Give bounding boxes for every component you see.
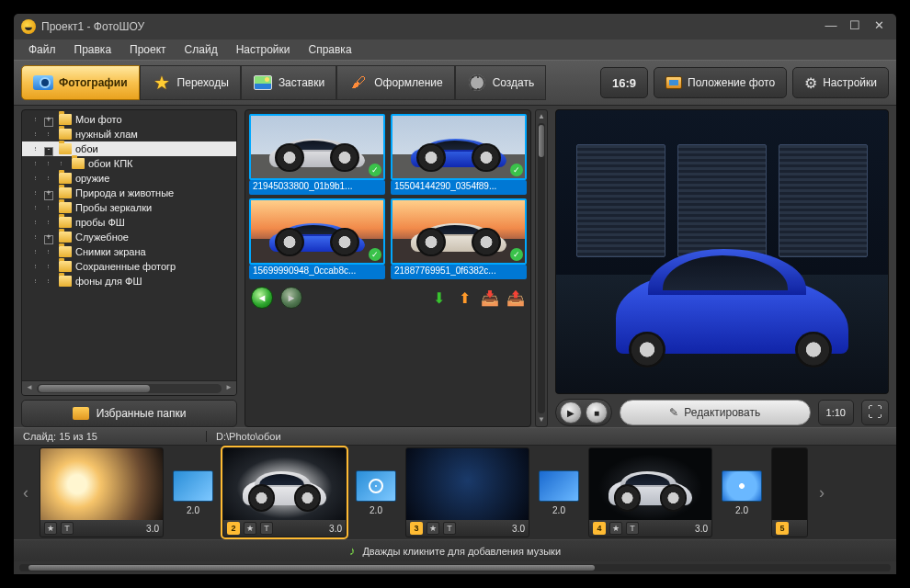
tree-item[interactable]: -обои [22,141,236,156]
tree-item[interactable]: пробы ФШ [22,215,236,230]
tree-item[interactable]: обои КПК [22,156,236,171]
thumbnail-caption: 15504144290_0354f89... [391,180,527,195]
tab-camera[interactable]: Фотографии [21,65,140,100]
main-toolstrip: Фотографии★ПереходыЗаставки🖌ОформлениеСо… [14,60,896,106]
thumbs-vscrollbar[interactable]: ▲▼ [535,109,548,427]
timeline-hscrollbar[interactable] [14,561,896,574]
app-logo-icon [21,19,36,34]
slide-text-icon[interactable]: T [626,522,639,535]
tab-star[interactable]: ★Переходы [140,65,241,100]
stop-button[interactable]: ■ [586,401,608,424]
thumbnail-caption: 21887769951_0f6382c... [391,265,527,279]
tree-item[interactable]: Снимки экрана [22,244,236,259]
nav-fwd-button[interactable]: ► [280,287,302,309]
menu-project[interactable]: Проект [120,41,176,58]
slide-star-icon[interactable]: ★ [427,522,439,535]
slide-number-badge: 4 [593,522,606,535]
slide-star-icon[interactable]: ★ [44,522,57,535]
timeline: ‹ ★T3.02.02★T3.02.03★T3.02.04★T3.02.05› … [14,446,896,574]
check-icon: ✓ [510,248,523,261]
folder-icon [59,202,72,213]
tab-picture[interactable]: Заставки [241,65,336,100]
tree-item[interactable]: Сохраненные фотогр [22,259,236,274]
camera-icon [33,74,53,92]
thumbnail[interactable]: ✓15504144290_0354f89... [391,114,527,195]
tree-item[interactable]: фоны для ФШ [22,274,236,288]
status-bar: Слайд: 15 из 15 D:\Photo\обои [14,427,896,446]
import-folder-button[interactable]: 📥 [481,288,499,307]
tree-item[interactable]: +Служебное [22,230,236,244]
thumbnail-caption: 15699990948_0ccab8c... [249,265,385,279]
edit-button[interactable]: ✎Редактировать [620,400,811,425]
slide-number-badge: 5 [776,522,789,535]
transition-duration: 2.0 [735,505,748,515]
titlebar: Проект1 - ФотоШОУ — ☐ ✕ [14,14,896,40]
timeline-transition[interactable]: 2.0 [171,470,215,515]
timeline-slide[interactable]: 2★T3.0 [222,447,347,537]
menu-help[interactable]: Справка [299,41,360,58]
folder-icon [59,143,72,154]
folder-tree[interactable]: +Мои фотонужный хлам-обоиобои КПКоружие+… [21,109,237,396]
timeline-slide[interactable]: 3★T3.0 [405,447,529,537]
folder-icon [59,217,72,228]
thumbnail[interactable]: ✓21945033800_01b9b1... [249,114,385,195]
slide-number-badge: 2 [227,522,240,535]
tree-item[interactable]: +Природа и животные [22,186,236,200]
star-icon: ★ [152,74,172,92]
timeline-slide[interactable]: 5 [771,447,808,537]
slide-text-icon[interactable]: T [61,522,74,535]
timeline-transition[interactable]: 2.0 [720,470,764,515]
time-display: 1:10 [818,400,854,425]
tree-item[interactable]: Пробы зеркалки [22,200,236,215]
menu-edit[interactable]: Правка [65,41,121,58]
upload-button[interactable]: ⬆ [455,288,473,307]
slide-duration: 3.0 [695,524,708,534]
frame-icon [665,76,682,89]
tree-hscrollbar[interactable]: ◄► [22,380,236,395]
photo-position-button[interactable]: Положение фото [654,67,787,98]
tab-brush[interactable]: 🖌Оформление [336,65,454,100]
folder-icon [72,158,85,169]
thumbnail[interactable]: ✓15699990948_0ccab8c... [249,198,385,279]
timeline-transition[interactable]: 2.0 [537,470,581,515]
current-path: D:\Photo\обои [207,431,281,442]
thumbnail[interactable]: ✓21887769951_0f6382c... [391,198,527,279]
menu-settings[interactable]: Настройки [227,41,300,58]
aspect-ratio-button[interactable]: 16:9 [600,67,648,98]
slide-text-icon[interactable]: T [443,522,456,535]
folder-icon [59,246,72,257]
menu-file[interactable]: Файл [19,41,65,58]
reel-icon [467,74,487,92]
thumbnail-grid: ✓21945033800_01b9b1...✓15504144290_0354f… [245,109,531,427]
thumbnail-caption: 21945033800_01b9b1... [249,180,385,195]
slide-text-icon[interactable]: T [260,522,273,535]
settings-button[interactable]: ⚙Настройки [792,67,889,98]
slide-duration: 3.0 [329,524,342,534]
tree-item[interactable]: нужный хлам [22,127,236,141]
fullscreen-button[interactable]: ⛶ [861,400,889,425]
timeline-slide[interactable]: ★T3.0 [40,447,164,537]
folder-icon [59,276,72,287]
menu-slide[interactable]: Слайд [176,41,227,58]
slide-star-icon[interactable]: ★ [609,522,622,535]
favorites-button[interactable]: Избранные папки [21,400,237,427]
folder-icon [59,187,72,198]
slide-star-icon[interactable]: ★ [244,522,256,535]
play-button[interactable]: ▶ [560,401,582,424]
maximize-button[interactable]: ☐ [845,19,865,34]
close-button[interactable]: ✕ [869,19,889,34]
nav-back-button[interactable]: ◄ [251,287,273,309]
download-button[interactable]: ⬇ [429,288,448,307]
tab-reel[interactable]: Создать [455,65,547,100]
timeline-next-button[interactable]: › [815,451,828,534]
timeline-prev-button[interactable]: ‹ [19,451,32,534]
check-icon: ✓ [510,164,523,176]
tree-item[interactable]: +Мои фото [22,112,236,127]
timeline-slide[interactable]: 4★T3.0 [588,447,712,537]
export-folder-button[interactable]: 📤 [506,288,525,307]
minimize-button[interactable]: — [821,19,841,34]
tree-item[interactable]: оружие [22,171,236,186]
timeline-transition[interactable]: 2.0 [354,470,398,515]
add-music-bar[interactable]: ♪ Дважды кликните для добавления музыки [14,539,896,561]
preview-viewport [555,109,889,394]
